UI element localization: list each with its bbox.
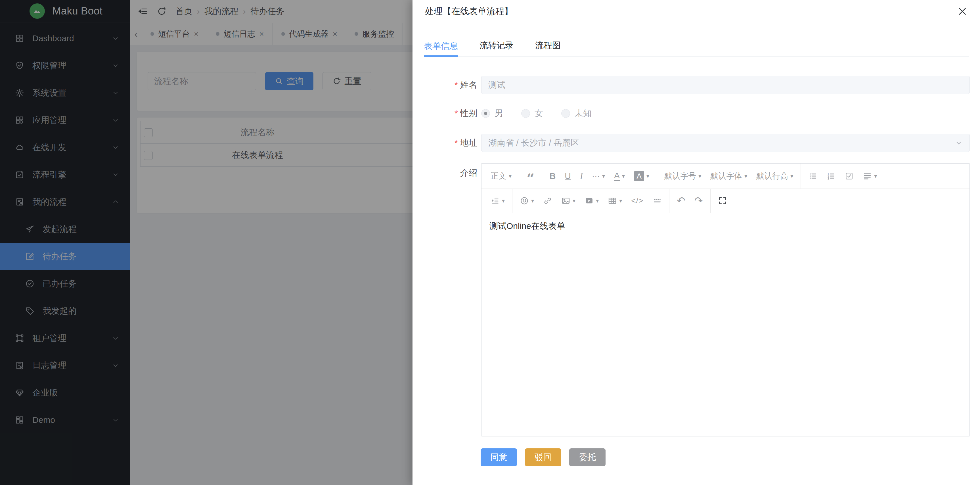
table-icon bbox=[608, 196, 617, 205]
delegate-button[interactable]: 委托 bbox=[569, 448, 606, 466]
video-icon bbox=[584, 196, 593, 205]
radio-circle-icon bbox=[521, 109, 530, 118]
bg-color-dropdown[interactable]: A ▾ bbox=[629, 164, 654, 189]
align-justify-icon bbox=[863, 172, 872, 181]
caret-down-icon: ▾ bbox=[596, 197, 599, 204]
insert-divider-button[interactable] bbox=[648, 189, 666, 213]
font-size-dropdown[interactable]: 默认字号 ▾ bbox=[660, 164, 706, 189]
caret-down-icon: ▾ bbox=[698, 173, 701, 180]
underline-button[interactable]: U bbox=[560, 164, 576, 189]
caret-down-icon: ▾ bbox=[619, 197, 622, 204]
intro-field-row: 介绍 正文 ▾ “ B U I ⋯ ▾ A ▾ bbox=[412, 163, 980, 436]
radio-circle-icon bbox=[481, 109, 490, 118]
address-label: 地址 bbox=[412, 137, 481, 149]
tab-form-info[interactable]: 表单信息 bbox=[424, 40, 458, 57]
numbered-list-button[interactable] bbox=[822, 164, 840, 189]
caret-down-icon: ▾ bbox=[602, 173, 605, 180]
caret-down-icon: ▾ bbox=[509, 173, 512, 180]
insert-image-dropdown[interactable]: ▾ bbox=[557, 189, 580, 213]
indent-icon bbox=[490, 196, 500, 205]
numbered-list-icon bbox=[826, 172, 835, 181]
drawer-tabs: 表单信息 流转记录 流程图 bbox=[424, 23, 969, 57]
toolbar-divider bbox=[512, 189, 512, 213]
emoji-icon bbox=[520, 196, 529, 205]
toolbar-divider bbox=[669, 189, 670, 213]
paragraph-style-dropdown[interactable]: 正文 ▾ bbox=[486, 164, 516, 189]
horizontal-rule-icon bbox=[653, 196, 662, 205]
name-label: 姓名 bbox=[412, 79, 481, 91]
redo-button[interactable]: ↷ bbox=[690, 189, 708, 213]
fullscreen-button[interactable] bbox=[713, 189, 732, 213]
agree-button[interactable]: 同意 bbox=[480, 448, 517, 466]
gender-label: 性别 bbox=[412, 108, 481, 119]
drawer-actions: 同意 驳回 委托 bbox=[480, 448, 980, 466]
chevron-down-icon bbox=[955, 139, 963, 147]
more-styles-dropdown[interactable]: ⋯ ▾ bbox=[587, 164, 609, 189]
editor-content[interactable]: 测试Online在线表单 bbox=[482, 213, 969, 436]
close-icon[interactable] bbox=[957, 6, 967, 16]
tab-flow-records[interactable]: 流转记录 bbox=[479, 40, 514, 57]
tab-flow-diagram[interactable]: 流程图 bbox=[535, 40, 561, 57]
name-input[interactable]: 测试 bbox=[481, 76, 970, 94]
insert-video-dropdown[interactable]: ▾ bbox=[580, 189, 603, 213]
reject-button[interactable]: 驳回 bbox=[525, 448, 561, 466]
emoji-dropdown[interactable]: ▾ bbox=[515, 189, 539, 213]
caret-down-icon: ▾ bbox=[791, 173, 793, 180]
bullet-list-button[interactable] bbox=[804, 164, 822, 189]
toolbar-divider bbox=[519, 164, 519, 189]
toolbar-divider bbox=[657, 164, 657, 189]
blockquote-icon[interactable]: “ bbox=[522, 161, 539, 191]
indent-dropdown[interactable]: ▾ bbox=[486, 189, 509, 213]
radio-unknown[interactable]: 未知 bbox=[561, 108, 592, 119]
drawer-header: 处理【在线表单流程】 bbox=[412, 0, 980, 23]
process-drawer: 处理【在线表单流程】 表单信息 流转记录 流程图 姓名 测试 性别 男 女 未知… bbox=[412, 0, 980, 485]
editor-toolbar-row2: ▾ ▾ ▾ ▾ ▾ bbox=[482, 189, 969, 213]
caret-down-icon: ▾ bbox=[874, 173, 877, 180]
insert-link-button[interactable] bbox=[539, 189, 557, 213]
drawer-title: 处理【在线表单流程】 bbox=[425, 5, 957, 17]
font-color-dropdown[interactable]: A ▾ bbox=[609, 164, 629, 189]
caret-down-icon: ▾ bbox=[502, 197, 505, 204]
radio-female[interactable]: 女 bbox=[521, 108, 543, 119]
name-field-row: 姓名 测试 bbox=[412, 76, 980, 94]
rich-text-editor: 正文 ▾ “ B U I ⋯ ▾ A ▾ A ▾ bbox=[481, 163, 970, 436]
fullscreen-icon bbox=[718, 196, 727, 205]
caret-down-icon: ▾ bbox=[622, 173, 625, 180]
italic-button[interactable]: I bbox=[576, 164, 587, 189]
caret-down-icon: ▾ bbox=[646, 173, 649, 180]
address-field-row: 地址 湖南省 / 长沙市 / 岳麓区 bbox=[412, 134, 980, 152]
toolbar-divider bbox=[800, 164, 801, 189]
undo-button[interactable]: ↶ bbox=[672, 189, 690, 213]
editor-toolbar-row1: 正文 ▾ “ B U I ⋯ ▾ A ▾ A ▾ bbox=[482, 164, 969, 189]
todo-list-button[interactable] bbox=[840, 164, 858, 189]
radio-circle-icon bbox=[561, 109, 570, 118]
gender-field-row: 性别 男 女 未知 bbox=[412, 105, 980, 121]
align-dropdown[interactable]: ▾ bbox=[858, 164, 881, 189]
bullet-list-icon bbox=[808, 172, 817, 181]
font-family-dropdown[interactable]: 默认字体 ▾ bbox=[706, 164, 752, 189]
todo-checkbox-icon bbox=[845, 172, 854, 181]
caret-down-icon: ▾ bbox=[531, 197, 534, 204]
code-block-button[interactable]: </> bbox=[627, 189, 648, 213]
address-select[interactable]: 湖南省 / 长沙市 / 岳麓区 bbox=[481, 134, 970, 152]
insert-table-dropdown[interactable]: ▾ bbox=[603, 189, 627, 213]
line-height-dropdown[interactable]: 默认行高 ▾ bbox=[752, 164, 798, 189]
image-icon bbox=[561, 196, 570, 205]
radio-male[interactable]: 男 bbox=[481, 108, 503, 119]
intro-label: 介绍 bbox=[412, 163, 481, 179]
link-icon bbox=[543, 196, 552, 205]
caret-down-icon: ▾ bbox=[573, 197, 576, 204]
caret-down-icon: ▾ bbox=[745, 173, 747, 180]
bold-button[interactable]: B bbox=[545, 164, 560, 189]
toolbar-divider bbox=[710, 189, 711, 213]
